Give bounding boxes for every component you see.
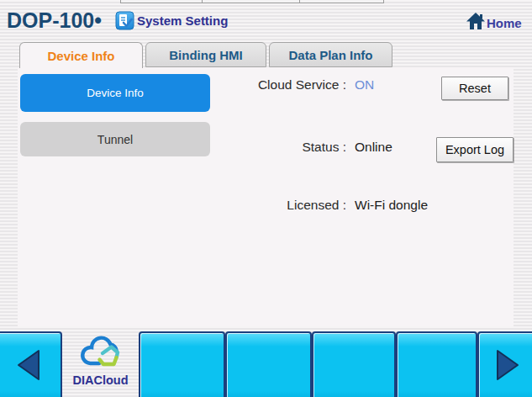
nav-empty-button-4[interactable] bbox=[396, 331, 477, 397]
diacloud-label: DIACloud bbox=[62, 373, 139, 387]
tunnel-button[interactable]: Tunnel bbox=[20, 122, 210, 156]
hmi-screen: DOP-100• System Setting Home Device Info bbox=[0, 0, 532, 397]
device-info-button[interactable]: Device Info bbox=[20, 74, 210, 112]
cloud-service-label: Cloud Service : bbox=[210, 76, 346, 94]
tab-device-info[interactable]: Device Info bbox=[19, 42, 143, 68]
cloud-service-value: ON bbox=[355, 76, 374, 94]
system-setting-icon bbox=[115, 11, 134, 30]
export-log-button[interactable]: Export Log bbox=[436, 137, 514, 162]
home-icon bbox=[466, 12, 486, 34]
diacloud-logo bbox=[78, 360, 124, 374]
home-label: Home bbox=[487, 16, 522, 30]
prev-page-button[interactable] bbox=[0, 331, 62, 397]
licensed-row: Licensed : Wi-Fi dongle bbox=[210, 196, 462, 214]
nav-empty-button-1[interactable] bbox=[139, 331, 225, 397]
reset-button[interactable]: Reset bbox=[441, 77, 508, 100]
cloud-service-row: Cloud Service : ON bbox=[210, 76, 462, 94]
top-partial-element bbox=[120, 0, 384, 3]
licensed-value: Wi-Fi dongle bbox=[355, 196, 428, 214]
page-title: System Setting bbox=[137, 13, 228, 28]
diacloud-cell: DIACloud bbox=[62, 331, 139, 397]
next-page-button[interactable] bbox=[477, 331, 532, 397]
divider bbox=[202, 0, 203, 3]
left-arrow-icon bbox=[13, 347, 44, 386]
status-label: Status : bbox=[210, 138, 346, 156]
right-arrow-icon bbox=[492, 347, 523, 386]
brand-logo: DOP-100• bbox=[7, 8, 102, 33]
divider bbox=[299, 0, 300, 3]
status-row: Status : Online bbox=[210, 138, 462, 156]
licensed-label: Licensed : bbox=[210, 196, 346, 214]
tab-data-plan-info[interactable]: Data Plan Info bbox=[269, 42, 392, 67]
tab-binding-hmi[interactable]: Binding HMI bbox=[145, 42, 266, 67]
status-value: Online bbox=[355, 138, 392, 156]
content-panel: Device Info Tunnel Cloud Service : ON St… bbox=[18, 67, 514, 326]
nav-empty-button-3[interactable] bbox=[312, 331, 396, 397]
nav-empty-button-2[interactable] bbox=[225, 331, 312, 397]
home-button[interactable]: Home bbox=[466, 12, 522, 34]
